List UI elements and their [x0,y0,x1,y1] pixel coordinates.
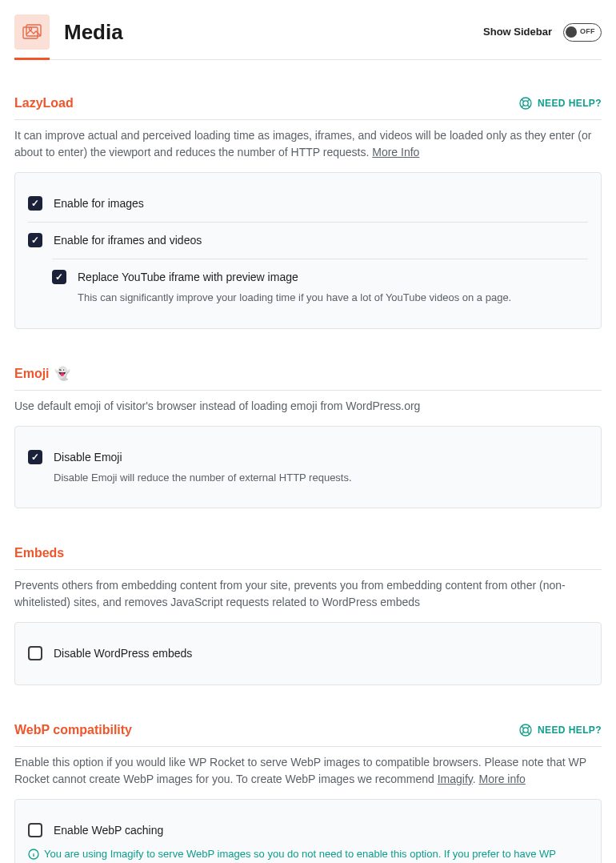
section-description: Enable this option if you would like WP … [14,754,602,788]
checkbox-enable-iframes[interactable]: ✓ [28,233,42,247]
option-label: Enable WebP caching [54,822,588,839]
options-card: ✓ Enable for images ✓ Enable for iframes… [14,172,602,329]
tab-indicator [14,59,602,60]
option-label: Replace YouTube iframe with preview imag… [78,269,588,286]
toggle-state: OFF [580,26,595,38]
section-title: LazyLoad [14,94,74,113]
media-icon [14,14,50,50]
need-help-text: NEED HELP? [538,96,602,110]
header-right: Show Sidebar OFF [483,23,602,42]
section-embeds: Embeds Prevents others from embedding co… [14,544,602,685]
section-header: Emoji 👻 [14,364,602,391]
need-help-link[interactable]: NEED HELP? [519,723,602,737]
svg-point-4 [523,101,528,106]
page-title: Media [64,17,123,48]
section-description: It can improve actual and perceived load… [14,127,602,161]
checkbox-replace-youtube[interactable]: ✓ [52,270,66,284]
section-title: Embeds [14,544,64,563]
checkbox-disable-embeds[interactable] [28,646,42,660]
options-card: Disable WordPress embeds [14,622,602,685]
option-label: Disable Emoji [54,449,588,466]
ghost-emoji-icon: 👻 [54,367,70,380]
section-title: Emoji 👻 [14,364,70,383]
info-icon [28,849,39,860]
option-disable-emoji: ✓ Disable Emoji Disable Emoji will reduc… [28,440,588,496]
help-icon [519,97,532,110]
check-icon: ✓ [31,196,39,211]
toggle-knob [566,26,577,38]
option-sublabel: Disable Emoji will reduce the number of … [54,470,588,486]
section-header: Embeds [14,544,602,570]
option-enable-webp: Enable WebP caching [28,813,588,841]
check-icon: ✓ [31,450,39,464]
webp-info-note: You are using Imagify to serve WebP imag… [28,847,588,863]
section-webp: WebP compatibility NEED HELP? Enable thi… [14,721,602,863]
section-emoji: Emoji 👻 Use default emoji of visitor's b… [14,364,602,509]
section-lazyload: LazyLoad NEED HELP? It can improve actua… [14,94,602,329]
section-description: Prevents others from embedding content f… [14,577,602,611]
check-icon: ✓ [55,270,63,284]
show-sidebar-toggle[interactable]: OFF [563,23,602,42]
more-info-link[interactable]: More Info [372,146,419,159]
section-title: WebP compatibility [14,721,132,740]
options-card: Enable WebP caching You are using Imagif… [14,799,602,863]
options-card: ✓ Disable Emoji Disable Emoji will reduc… [14,426,602,509]
check-icon: ✓ [31,233,39,247]
checkbox-enable-webp[interactable] [28,823,42,837]
option-enable-iframes: ✓ Enable for iframes and videos [28,222,588,259]
option-label: Disable WordPress embeds [54,645,588,662]
imagify-link[interactable]: Imagify [438,773,473,785]
checkbox-enable-images[interactable]: ✓ [28,196,42,211]
option-disable-embeds: Disable WordPress embeds [28,636,588,672]
option-sublabel: This can significantly improve your load… [78,290,588,306]
option-replace-youtube: ✓ Replace YouTube iframe with preview im… [52,259,588,315]
help-icon [519,724,532,737]
need-help-link[interactable]: NEED HELP? [519,96,602,110]
option-label: Enable for iframes and videos [54,232,588,249]
section-description: Use default emoji of visitor's browser i… [14,398,602,415]
more-info-link[interactable]: More info [479,773,526,785]
section-header: WebP compatibility NEED HELP? [14,721,602,747]
section-header: LazyLoad NEED HELP? [14,94,602,120]
page-header: Media Show Sidebar OFF [14,14,602,50]
checkbox-disable-emoji[interactable]: ✓ [28,450,42,464]
header-left: Media [14,14,123,50]
need-help-text: NEED HELP? [538,723,602,737]
show-sidebar-label: Show Sidebar [483,24,552,40]
svg-point-6 [523,728,528,733]
option-enable-images: ✓ Enable for images [28,186,588,222]
option-label: Enable for images [54,195,588,212]
svg-rect-0 [23,27,38,38]
